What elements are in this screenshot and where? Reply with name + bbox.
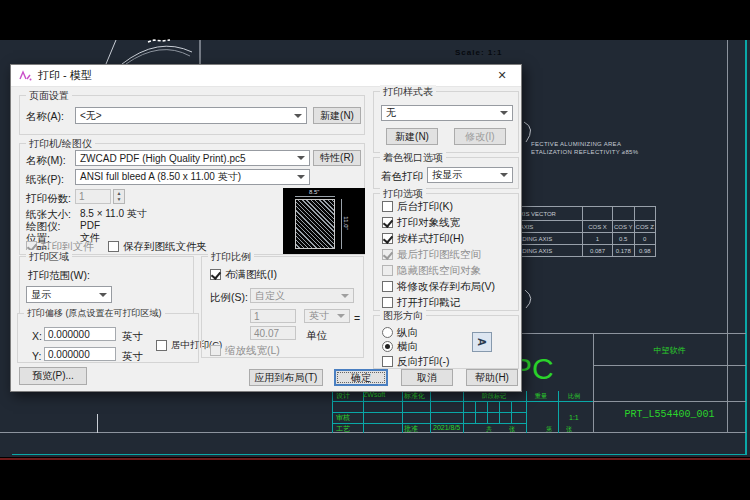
title-block-scale-value: 1:1 — [569, 414, 579, 421]
preview-button[interactable]: 预览(P)... — [19, 367, 87, 385]
paper-size-dropdown[interactable]: ANSI full bleed A (8.50 x 11.00 英寸) — [75, 169, 310, 185]
checkbox-icon[interactable] — [382, 249, 393, 260]
landscape-label: 横向 — [397, 340, 418, 352]
copies-input[interactable]: 1 — [75, 189, 111, 204]
preview-dim-line — [295, 196, 335, 197]
title-block-field: 标准化 — [404, 391, 425, 401]
option-label: 打开打印戳记 — [397, 296, 460, 308]
checkbox-icon[interactable] — [382, 281, 393, 292]
title-block-line — [511, 401, 512, 423]
group-label: 图形方向 — [380, 309, 426, 323]
fit-to-paper-row[interactable]: 布满图纸(I) — [210, 268, 277, 280]
style-table-dropdown[interactable]: 无 — [381, 105, 513, 121]
spinner-down-icon[interactable]: ▼ — [114, 196, 124, 202]
checkbox-icon[interactable] — [382, 233, 393, 244]
table-cell: 0.087 — [583, 245, 613, 257]
offset-y-input[interactable]: 0.000000 — [44, 347, 116, 361]
table-cell: COS X — [583, 221, 613, 233]
orientation-letter: A — [476, 338, 488, 346]
offset-x-input[interactable]: 0.000000 — [44, 327, 116, 341]
group-label: 打印样式表 — [380, 85, 436, 99]
orientation-landscape-row[interactable]: 横向 — [382, 340, 418, 352]
title-block-line — [487, 401, 488, 423]
printer-properties-button[interactable]: 特性(R) — [313, 150, 361, 166]
plot-upside-down-row[interactable]: 反向打印(-) — [382, 355, 450, 367]
option-plot-with-styles[interactable]: 按样式打印(H) — [382, 232, 464, 244]
group-label: 打印选项 — [380, 187, 426, 201]
title-block-company: 中望软件 — [593, 345, 746, 356]
option-label: 隐藏图纸空间对象 — [397, 264, 481, 276]
radio-icon[interactable] — [382, 341, 393, 352]
close-icon[interactable]: ✕ — [491, 69, 513, 82]
title-block-line — [520, 333, 746, 334]
ok-button[interactable]: 确定 — [334, 369, 388, 386]
plot-what-dropdown[interactable]: 显示 — [26, 286, 112, 303]
scale-label: 比例(S): — [210, 291, 248, 303]
dialog-titlebar: 打印 - 模型 ✕ — [11, 65, 521, 87]
sheet-border — [12, 454, 746, 455]
style-modify-button[interactable]: 修改(I) — [454, 128, 506, 145]
portrait-label: 纵向 — [397, 326, 418, 338]
table-cell: 0.178 — [613, 245, 635, 257]
title-block-line — [332, 391, 333, 433]
checkbox-icon[interactable] — [382, 265, 393, 276]
offset-x-label: X: — [32, 330, 42, 342]
checkbox-icon[interactable] — [382, 356, 393, 367]
title-block-field: 第 — [546, 425, 552, 434]
radio-icon[interactable] — [382, 327, 393, 338]
title-block-field: 工艺 — [336, 424, 350, 434]
group-printer: 打印机/绘图仪 名称(M): ZWCAD PDF (High Quality P… — [19, 143, 365, 255]
shade-plot-dropdown[interactable]: 按显示 — [427, 167, 513, 183]
copies-label: 打印份数: — [26, 192, 71, 204]
checkbox-icon[interactable] — [382, 297, 393, 308]
cancel-button[interactable]: 取消 — [401, 369, 453, 386]
chevron-down-icon — [500, 173, 508, 177]
title-block-line — [526, 391, 527, 433]
option-plot-stamp[interactable]: 打开打印戳记 — [382, 296, 460, 308]
table-cell: 0.98 — [634, 245, 655, 257]
page-setup-name-dropdown[interactable]: <无> — [75, 107, 307, 124]
drawing-geometry-icon — [88, 36, 268, 66]
printer-name-dropdown[interactable]: ZWCAD PDF (High Quality Print).pc5 — [75, 150, 310, 166]
checkbox-icon[interactable] — [210, 345, 221, 356]
drawing-geometry-icon — [522, 288, 540, 310]
scale-numerator-input[interactable]: 1 — [250, 309, 296, 323]
scale-unit-dropdown[interactable]: 英寸 — [304, 309, 350, 323]
scale-lineweights-row[interactable]: 缩放线宽(L) — [210, 344, 280, 356]
table-cell: 0 — [634, 233, 655, 245]
apply-to-layout-button[interactable]: 应用到布局(T) — [249, 369, 323, 386]
title-block-line — [593, 365, 746, 366]
orientation-portrait-row[interactable]: 纵向 — [382, 326, 418, 338]
checkbox-icon[interactable] — [382, 217, 393, 228]
checkbox-icon[interactable] — [210, 269, 221, 280]
option-label: 最后打印图纸空间 — [397, 248, 481, 260]
new-page-setup-button[interactable]: 新建(N) — [313, 107, 361, 124]
checkbox-icon[interactable] — [156, 340, 167, 351]
checkbox-icon[interactable] — [108, 241, 119, 252]
checkbox-icon[interactable] — [382, 201, 393, 212]
chevron-down-icon — [99, 293, 107, 297]
group-shaded-viewport: 着色视口选项 着色打印 按显示 — [373, 157, 519, 189]
paper-preview-page — [295, 199, 335, 249]
table-cell: COS Z — [634, 221, 655, 233]
option-paperspace-last[interactable]: 最后打印图纸空间 — [382, 248, 481, 260]
save-to-folder-label: 保存到图纸文件夹 — [123, 240, 207, 252]
table-cell — [634, 207, 655, 221]
title-block-line — [332, 412, 526, 413]
table-cell: 1 — [583, 233, 613, 245]
scale-dropdown[interactable]: 自定义 — [250, 288, 354, 303]
scale-denominator-input[interactable]: 40.07 — [250, 326, 296, 340]
option-hide-paperspace[interactable]: 隐藏图纸空间对象 — [382, 264, 481, 276]
app-icon — [19, 70, 32, 81]
option-save-to-layout[interactable]: 将修改保存到布局(V) — [382, 280, 495, 292]
style-new-button[interactable]: 新建(N) — [386, 128, 438, 145]
save-to-folder-row[interactable]: 保存到图纸文件夹 — [108, 240, 207, 252]
offset-y-unit: 英寸 — [122, 350, 143, 362]
cad-application-window: Scale: 1:1 FECTIVE ALUMINIZING AREA ETAL… — [0, 0, 750, 500]
group-plot-scale: 打印比例 布满图纸(I) 比例(S): 自定义 1 英寸 = 40.07 单位 … — [201, 256, 364, 358]
option-plot-lineweights[interactable]: 打印对象线宽 — [382, 216, 460, 228]
copies-spinner[interactable]: ▲ ▼ — [113, 189, 125, 204]
help-button[interactable]: 帮助(H) — [466, 369, 518, 386]
option-background-plot[interactable]: 后台打印(K) — [382, 200, 453, 212]
group-plot-area: 打印区域 打印范围(W): 显示 — [19, 256, 194, 314]
